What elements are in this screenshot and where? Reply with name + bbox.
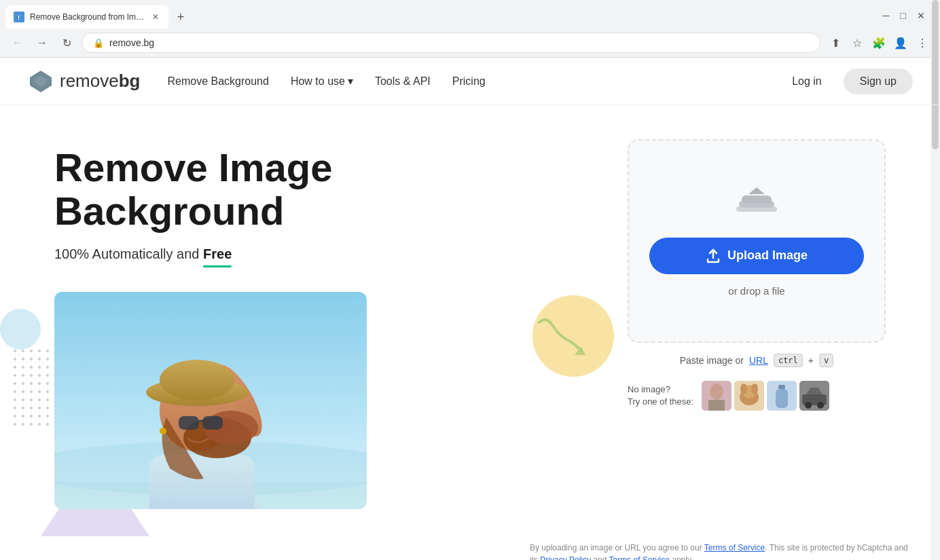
upload-stack-icon (729, 186, 784, 227)
svg-point-19 (160, 428, 166, 434)
upload-image-button[interactable]: Upload Image (649, 238, 864, 274)
hero-section: for(let i=0;i<80;i++) document.write('<d… (0, 105, 940, 536)
tab-bar: r Remove Background from Image ✕ + ─ □ ✕ (0, 0, 940, 29)
svg-rect-23 (742, 195, 772, 204)
upload-card: Upload Image or drop a file (628, 139, 886, 343)
sample-images-row: No image? Try one of these: (628, 381, 886, 411)
back-button[interactable]: ← (8, 33, 27, 52)
cast-icon[interactable]: ⬆ (826, 33, 845, 52)
hero-photo (54, 292, 367, 509)
nav-tools-api[interactable]: Tools & API (375, 75, 431, 88)
bookmark-icon[interactable]: ☆ (848, 33, 867, 52)
deco-circle-yellow (532, 295, 614, 377)
logo-text: removebg (60, 71, 140, 92)
profile-icon[interactable]: 👤 (891, 33, 910, 52)
deco-circle-blue (0, 309, 41, 350)
svg-point-26 (710, 384, 723, 400)
sample-thumb-dog[interactable] (734, 381, 764, 411)
svg-point-32 (751, 384, 758, 394)
drop-file-text: or drop a file (728, 285, 784, 297)
hero-left: Remove Image Background 100% Automatical… (54, 132, 492, 509)
nav-how-to-use[interactable]: How to use ▾ (291, 75, 353, 88)
v-key: v (819, 354, 833, 367)
svg-rect-17 (202, 416, 223, 430)
privacy-link[interactable]: Privacy Policy (540, 555, 591, 560)
svg-point-39 (817, 402, 824, 409)
toolbar-actions: ⬆ ☆ 🧩 👤 ⋮ (826, 33, 932, 52)
tab-favicon: r (14, 12, 24, 22)
nav-pricing[interactable]: Pricing (452, 75, 486, 88)
svg-rect-16 (179, 416, 199, 430)
url-link[interactable]: URL (749, 355, 768, 366)
maximize-button[interactable]: □ (897, 7, 910, 24)
tos-text: By uploading an image or URL you agree t… (530, 536, 913, 560)
window-controls: ─ □ ✕ (879, 7, 935, 26)
active-tab[interactable]: r Remove Background from Image ✕ (5, 5, 168, 29)
chevron-down-icon: ▾ (348, 75, 353, 88)
svg-point-31 (740, 384, 747, 394)
nav-links: Remove Background How to use ▾ Tools & A… (167, 75, 781, 88)
sample-thumb-woman[interactable] (702, 381, 731, 411)
sample-thumb-car[interactable] (799, 381, 829, 411)
logo[interactable]: removebg (27, 68, 140, 95)
svg-point-15 (160, 360, 234, 400)
svg-rect-27 (708, 400, 725, 411)
url-text: remove.bg (109, 37, 154, 48)
svg-rect-34 (778, 385, 785, 389)
main-nav: removebg Remove Background How to use ▾ … (0, 58, 940, 105)
signup-button[interactable]: Sign up (844, 69, 913, 94)
website-content: removebg Remove Background How to use ▾ … (0, 58, 940, 560)
ctrl-key: ctrl (774, 354, 803, 367)
sample-thumbnails (702, 381, 829, 411)
svg-marker-24 (748, 187, 765, 194)
paste-row: Paste image or URL ctrl + v (628, 354, 886, 367)
plus-separator: + (808, 355, 814, 366)
sample-label: No image? Try one of these: (628, 384, 693, 408)
url-field[interactable]: 🔒 remove.bg (82, 33, 820, 53)
svg-point-38 (805, 402, 812, 409)
new-tab-button[interactable]: + (171, 7, 190, 26)
svg-rect-35 (776, 389, 788, 408)
lock-icon: 🔒 (93, 38, 104, 48)
upload-icon (706, 248, 721, 263)
terms-link-2[interactable]: Terms of Service (609, 555, 670, 560)
hero-image-svg (54, 292, 367, 509)
upload-section: Upload Image or drop a file Paste image … (628, 132, 886, 411)
hero-subtitle: 100% Automatically and Free (54, 246, 492, 265)
terms-link-1[interactable]: Terms of Service (704, 543, 765, 553)
tab-title: Remove Background from Image (30, 12, 145, 22)
tab-close-button[interactable]: ✕ (151, 11, 160, 23)
nav-actions: Log in Sign up (781, 69, 913, 94)
refresh-button[interactable]: ↻ (57, 33, 76, 52)
browser-chrome: r Remove Background from Image ✕ + ─ □ ✕… (0, 0, 940, 58)
forward-button[interactable]: → (33, 33, 52, 52)
extensions-icon[interactable]: 🧩 (869, 33, 888, 52)
paste-label: Paste image or (680, 355, 744, 366)
address-bar: ← → ↻ 🔒 remove.bg ⬆ ☆ 🧩 👤 ⋮ (0, 29, 940, 57)
svg-rect-9 (149, 455, 255, 509)
sample-thumb-bottle[interactable] (767, 381, 797, 411)
menu-icon[interactable]: ⋮ (913, 33, 932, 52)
logo-icon (27, 68, 54, 95)
close-button[interactable]: ✕ (913, 7, 929, 24)
minimize-button[interactable]: ─ (879, 7, 894, 24)
nav-remove-background[interactable]: Remove Background (167, 75, 268, 88)
login-button[interactable]: Log in (781, 70, 833, 93)
hero-title: Remove Image Background (54, 146, 492, 233)
